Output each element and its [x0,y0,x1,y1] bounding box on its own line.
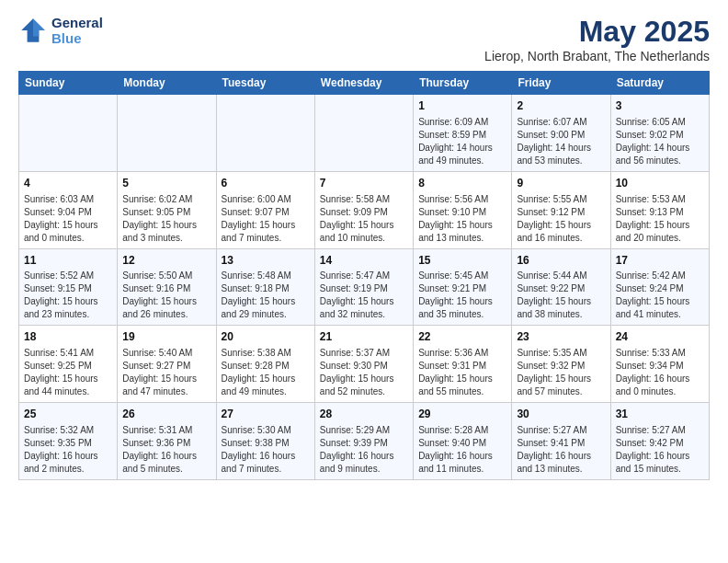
location: Lierop, North Brabant, The Netherlands [484,49,710,63]
day-number: 26 [122,407,210,422]
weekday-header-monday: Monday [118,72,216,95]
day-number: 23 [517,329,605,345]
day-number: 16 [517,253,605,269]
weekday-header-wednesday: Wednesday [314,72,413,95]
calendar-day-30: 30Sunrise: 5:27 AMSunset: 9:41 PMDayligh… [512,403,610,480]
day-info: and 53 minutes. [517,155,605,167]
day-info: Sunrise: 5:56 AM [418,193,506,206]
page-header: General Blue May 2025 Lierop, North Brab… [18,15,710,63]
day-info: Sunset: 9:28 PM [222,360,310,373]
day-info: Sunrise: 6:05 AM [616,116,704,129]
day-info: Sunset: 9:09 PM [320,206,408,219]
calendar-day-31: 31Sunrise: 5:27 AMSunset: 9:42 PMDayligh… [610,403,709,480]
day-info: Sunset: 9:27 PM [122,360,210,373]
logo-icon [18,16,48,45]
day-info: Daylight: 15 hours [320,295,408,308]
calendar-day-15: 15Sunrise: 5:45 AMSunset: 9:21 PMDayligh… [414,248,512,326]
day-number: 22 [418,329,506,345]
day-info: Daylight: 15 hours [418,373,506,385]
day-info: Sunset: 9:38 PM [222,437,310,450]
calendar-day-5: 5Sunrise: 6:02 AMSunset: 9:05 PMDaylight… [118,171,216,248]
day-info: Daylight: 16 hours [320,450,408,463]
day-info: and 49 minutes. [222,385,310,398]
day-info: Sunset: 9:24 PM [616,282,704,295]
calendar-day-28: 28Sunrise: 5:29 AMSunset: 9:39 PMDayligh… [314,403,413,480]
day-info: Sunset: 9:13 PM [616,206,704,219]
day-info: and 41 minutes. [616,308,704,321]
calendar-day-9: 9Sunrise: 5:55 AMSunset: 9:12 PMDaylight… [512,171,610,248]
calendar-day-27: 27Sunrise: 5:30 AMSunset: 9:38 PMDayligh… [216,403,314,480]
calendar-day-21: 21Sunrise: 5:37 AMSunset: 9:30 PMDayligh… [314,326,413,403]
day-info: and 9 minutes. [320,463,408,476]
calendar-day-20: 20Sunrise: 5:38 AMSunset: 9:28 PMDayligh… [216,326,314,403]
day-info: Sunrise: 5:42 AM [616,270,704,282]
day-info: Sunrise: 6:02 AM [122,193,210,206]
day-info: Sunrise: 5:27 AM [517,424,605,437]
calendar-week-row: 4Sunrise: 6:03 AMSunset: 9:04 PMDaylight… [19,171,710,248]
day-number: 7 [320,176,408,191]
day-number: 6 [222,176,310,191]
weekday-header-friday: Friday [512,72,610,95]
day-info: Sunset: 9:02 PM [616,129,704,142]
day-number: 25 [24,407,112,422]
day-number: 2 [517,98,605,114]
day-info: and 29 minutes. [222,308,310,321]
day-info: Sunset: 9:10 PM [418,206,506,219]
day-info: Daylight: 15 hours [517,373,605,385]
day-info: Sunrise: 5:28 AM [418,424,506,437]
day-number: 19 [122,329,210,345]
day-info: Sunrise: 5:37 AM [320,347,408,360]
day-info: Sunrise: 6:03 AM [24,193,112,206]
day-info: Daylight: 15 hours [320,373,408,385]
day-number: 9 [517,176,605,191]
calendar-week-row: 1Sunrise: 6:09 AMSunset: 8:59 PMDaylight… [19,95,710,172]
day-info: Sunrise: 5:36 AM [418,347,506,360]
day-info: Daylight: 15 hours [24,295,112,308]
day-number: 4 [24,176,112,191]
day-info: and 57 minutes. [517,385,605,398]
day-info: Sunset: 9:00 PM [517,129,605,142]
calendar-week-row: 25Sunrise: 5:32 AMSunset: 9:35 PMDayligh… [19,403,710,480]
day-number: 5 [122,176,210,191]
day-info: Sunrise: 5:45 AM [418,270,506,282]
day-info: Sunset: 9:35 PM [24,437,112,450]
day-info: Sunset: 9:16 PM [122,282,210,295]
day-info: Daylight: 15 hours [418,219,506,232]
day-info: and 2 minutes. [24,463,112,476]
day-info: Daylight: 14 hours [517,142,605,155]
day-info: Sunset: 9:39 PM [320,437,408,450]
calendar-day-16: 16Sunrise: 5:44 AMSunset: 9:22 PMDayligh… [512,248,610,326]
day-number: 30 [517,407,605,422]
day-info: Sunset: 9:15 PM [24,282,112,295]
day-info: Sunrise: 5:27 AM [616,424,704,437]
logo-text: General Blue [51,15,103,46]
day-info: Daylight: 15 hours [616,295,704,308]
day-number: 11 [24,253,112,269]
day-info: Daylight: 14 hours [418,142,506,155]
day-info: Daylight: 15 hours [222,219,310,232]
day-info: Daylight: 16 hours [122,450,210,463]
day-info: Sunset: 9:32 PM [517,360,605,373]
calendar-day-empty [216,95,314,172]
day-number: 21 [320,329,408,345]
calendar-day-1: 1Sunrise: 6:09 AMSunset: 8:59 PMDaylight… [414,95,512,172]
day-info: and 10 minutes. [320,232,408,245]
day-info: Daylight: 15 hours [222,295,310,308]
day-number: 18 [24,329,112,345]
day-info: Sunset: 9:34 PM [616,360,704,373]
day-info: and 32 minutes. [320,308,408,321]
calendar-day-25: 25Sunrise: 5:32 AMSunset: 9:35 PMDayligh… [19,403,118,480]
day-info: and 23 minutes. [24,308,112,321]
day-info: Daylight: 16 hours [616,450,704,463]
day-info: Sunset: 9:40 PM [418,437,506,450]
day-number: 27 [222,407,310,422]
day-info: Daylight: 15 hours [122,295,210,308]
day-number: 8 [418,176,506,191]
day-info: Sunrise: 5:40 AM [122,347,210,360]
day-number: 1 [418,98,506,114]
day-info: and 49 minutes. [418,155,506,167]
calendar-day-3: 3Sunrise: 6:05 AMSunset: 9:02 PMDaylight… [610,95,709,172]
day-info: Daylight: 16 hours [517,450,605,463]
calendar-week-row: 11Sunrise: 5:52 AMSunset: 9:15 PMDayligh… [19,248,710,326]
day-info: and 13 minutes. [418,232,506,245]
